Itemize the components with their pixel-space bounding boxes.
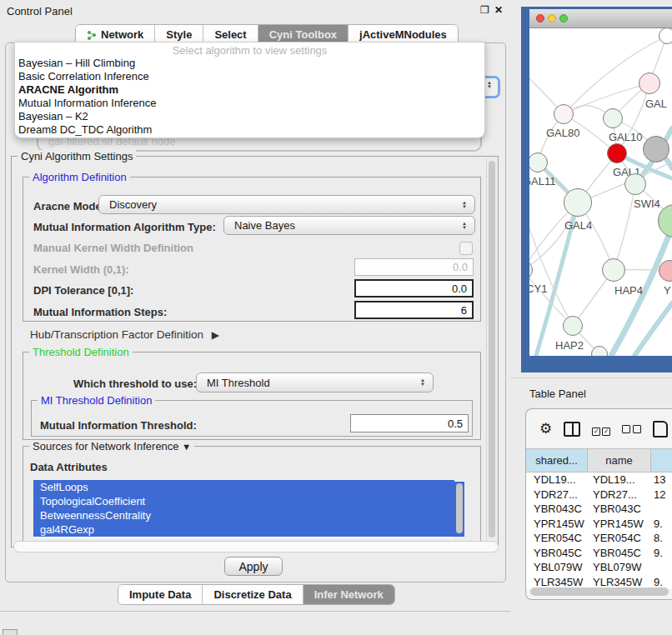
tab-impute-data[interactable]: Impute Data <box>118 585 203 604</box>
table-toolbar: ⚙ ✓✓ <box>526 409 672 448</box>
zoom-traffic-light[interactable] <box>559 14 568 22</box>
table-row[interactable]: YBR045C YBR045C 9. <box>526 546 672 561</box>
table-row[interactable]: YDR27... YDR27... 12 <box>526 488 672 502</box>
column-label: name <box>605 454 633 467</box>
cell-name: YBL079W <box>588 561 651 573</box>
dropdown-item[interactable]: Dream8 DC_TDC Algorithm <box>15 123 484 137</box>
cyni-settings-legend: Cyni Algorithm Settings <box>18 150 136 162</box>
table-row[interactable]: YPR145W YPR145W 9. <box>526 517 672 532</box>
network-node[interactable] <box>602 258 625 282</box>
attributes-list-scrollbar[interactable] <box>454 482 464 537</box>
tab-label: Impute Data <box>129 588 191 601</box>
cell-shared-name: YER054C <box>526 532 588 544</box>
table-row[interactable]: YDL19... YDL19... 13 <box>526 472 672 488</box>
gear-icon[interactable]: ⚙ <box>539 420 552 438</box>
cell-name: YBR043C <box>588 502 651 515</box>
network-node-label: GAL11 <box>529 175 556 188</box>
dpi-tolerance-value: 0.0 <box>452 282 467 295</box>
select-all-icon[interactable]: ✓✓ <box>592 422 610 437</box>
cell-name: YLR345W <box>588 576 651 588</box>
apply-button[interactable]: Apply <box>224 557 283 576</box>
document-icon[interactable] <box>653 421 668 438</box>
network-node[interactable] <box>624 173 646 195</box>
data-attribute-item[interactable]: BetweennessCentrality <box>33 508 454 522</box>
table-row[interactable]: YBR043C YBR043C <box>526 502 672 517</box>
network-node-label: GAL80 <box>546 127 579 139</box>
tab-discretize-data[interactable]: Discretize Data <box>203 585 303 604</box>
kernel-width-field[interactable]: 0.0 <box>354 258 474 276</box>
dropdown-item[interactable]: Bayesian – K2 <box>15 110 484 123</box>
column-header-shared[interactable]: shared... <box>526 449 588 472</box>
cell-shared-name: YDL19... <box>526 473 588 486</box>
minimize-traffic-light[interactable] <box>548 14 556 22</box>
table-row[interactable]: YER054C YER054C 8. <box>526 531 672 546</box>
mi-algorithm-type-label: Mutual Information Algorithm Type: <box>33 221 216 233</box>
close-traffic-light[interactable] <box>536 14 544 22</box>
mi-steps-field[interactable]: 6 <box>354 301 474 319</box>
apply-button-label: Apply <box>238 560 268 573</box>
tab-label: Discretize Data <box>213 588 291 601</box>
combo-arrows-icon: ▲▼ <box>487 81 492 89</box>
panel-bottom-divider <box>0 611 510 612</box>
column-header-clipped[interactable] <box>651 449 672 472</box>
aracne-mode-combo[interactable]: Discovery ▲▼ <box>98 195 475 214</box>
settings-horizontal-scrollbar[interactable] <box>13 541 499 552</box>
column-header-name[interactable]: name <box>588 449 651 472</box>
data-attributes-label: Data Attributes <box>30 461 108 473</box>
control-panel-title: Control Panel <box>7 5 73 18</box>
kernel-width-value: 0.0 <box>453 261 468 273</box>
close-window-button[interactable]: ✕ <box>494 4 503 16</box>
data-attribute-item[interactable]: TopologicalCoefficient <box>33 494 454 508</box>
manual-kernel-width-checkbox[interactable] <box>459 242 473 255</box>
cell-value: 9. <box>651 518 672 530</box>
network-node-label: HAP4 <box>614 284 643 297</box>
network-node[interactable] <box>554 104 574 124</box>
mi-threshold-field[interactable]: 0.5 <box>350 414 469 432</box>
columns-icon[interactable] <box>564 422 580 437</box>
aracne-mode-value: Discovery <box>109 198 157 211</box>
network-node[interactable] <box>659 28 672 44</box>
table-row[interactable]: YBL079W YBL079W <box>526 560 672 575</box>
network-node[interactable] <box>607 143 627 163</box>
data-attribute-item[interactable]: gal4RGexp <box>33 522 454 537</box>
dropdown-item[interactable]: Mutual Information Inference <box>15 97 484 110</box>
data-attributes-list: SelfLoops TopologicalCoefficient Between… <box>33 480 454 538</box>
network-canvas[interactable]: GALGAL80GAL10GAL1GAL11SWI4GAL4GCY1HAP4YH… <box>529 28 672 356</box>
cell-name: YDL19... <box>588 473 651 486</box>
table-horizontal-scrollbar[interactable] <box>530 588 669 596</box>
mi-algorithm-type-combo[interactable]: Naive Bayes ▲▼ <box>223 216 475 235</box>
mi-threshold-definition-legend: MI Threshold Definition <box>38 394 155 407</box>
network-node[interactable] <box>603 108 623 128</box>
network-node[interactable] <box>639 72 660 94</box>
manual-kernel-width-label: Manual Kernel Width Definition <box>33 242 193 254</box>
table-header: shared... name <box>526 448 672 472</box>
tab-label: Cyni Toolbox <box>269 28 337 41</box>
tab-infer-network[interactable]: Infer Network <box>303 585 394 604</box>
dropdown-item[interactable]: Basic Correlation Inference <box>15 70 484 83</box>
network-node[interactable] <box>643 136 669 162</box>
mi-steps-value: 6 <box>461 304 467 317</box>
column-label: shared... <box>535 454 578 467</box>
network-window-titlebar[interactable] <box>529 9 672 28</box>
settings-vertical-scrollbar[interactable] <box>486 158 497 543</box>
float-window-button[interactable]: ❐ <box>480 4 489 16</box>
network-node[interactable] <box>564 188 592 217</box>
network-node[interactable] <box>563 316 583 336</box>
mi-algorithm-type-value: Naive Bayes <box>234 219 295 232</box>
deselect-all-icon[interactable] <box>622 422 641 437</box>
combo-arrows-icon: ▲▼ <box>420 378 425 387</box>
corner-widget[interactable] <box>3 629 18 635</box>
dpi-tolerance-field[interactable]: 0.0 <box>354 279 474 298</box>
which-threshold-combo[interactable]: MI Threshold ▲▼ <box>196 372 434 392</box>
table-panel-title: Table Panel <box>529 388 586 400</box>
cell-name: YDR27... <box>588 488 651 501</box>
dropdown-item[interactable]: ARACNE Algorithm <box>15 83 484 97</box>
dropdown-item[interactable]: Bayesian – Hill Climbing <box>15 57 484 70</box>
tab-label: Style <box>166 28 192 41</box>
sources-legend[interactable]: Sources for Network Inference ▼ <box>29 440 194 452</box>
network-node-label: SWI4 <box>634 198 660 210</box>
data-attribute-item[interactable]: SelfLoops <box>33 480 454 494</box>
mi-steps-label: Mutual Information Steps: <box>33 306 167 318</box>
hub-definition-toggle[interactable]: Hub/Transcription Factor Definition ▶ <box>30 328 219 341</box>
network-node-label: HAP2 <box>555 339 584 352</box>
